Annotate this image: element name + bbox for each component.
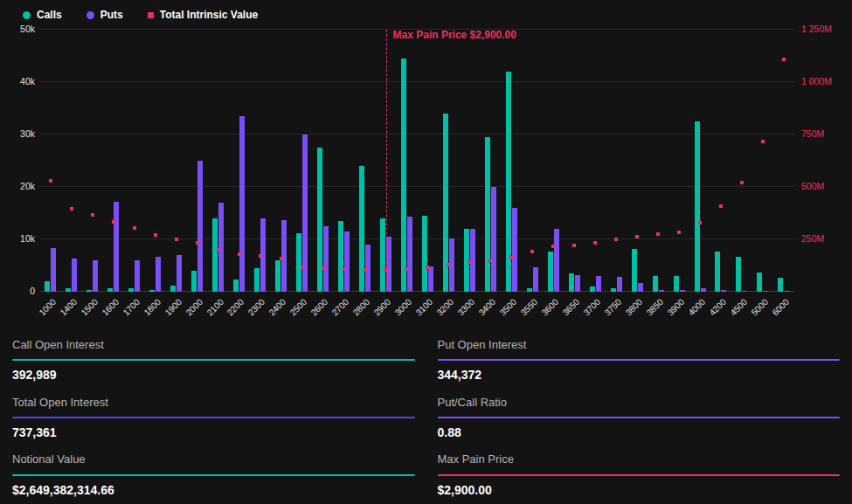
stat-label: Total Open Interest: [12, 397, 415, 409]
x-axis-label: 3100: [414, 297, 435, 318]
call-bar: [674, 276, 679, 292]
strike-group: [606, 30, 627, 292]
put-bar: [93, 260, 98, 292]
legend-item-puts[interactable]: Puts: [87, 9, 123, 21]
call-bar: [149, 290, 155, 292]
call-bar: [380, 218, 385, 292]
put-bar: [659, 290, 664, 292]
stat-card-put-open-interest: Put Open Interest344,372: [438, 339, 841, 383]
strike-group: [689, 30, 710, 292]
strike-group: [648, 30, 668, 292]
call-bar: [611, 288, 616, 292]
x-axis-label: 1400: [58, 297, 79, 318]
call-bar: [548, 252, 553, 292]
intrinsic-value-dot: [698, 221, 702, 224]
intrinsic-value-dot: [217, 248, 220, 252]
stat-divider: [12, 474, 415, 476]
intrinsic-value-dot: [719, 204, 723, 208]
call-bar: [401, 59, 406, 292]
put-bar: [638, 283, 643, 292]
legend-item-total-intrinsic-value[interactable]: Total Intrinsic Value: [148, 9, 258, 21]
intrinsic-value-dot: [593, 241, 597, 245]
call-bar: [485, 137, 490, 292]
intrinsic-value-dot: [112, 220, 115, 224]
strike-group: [187, 30, 208, 292]
call-bar: [191, 271, 197, 292]
strike-group: [585, 30, 606, 292]
put-bar: [428, 266, 433, 292]
call-bar: [233, 280, 239, 292]
intrinsic-value-dot: [635, 235, 639, 238]
strike-group: [82, 30, 103, 292]
total-intrinsic-value-legend-marker-icon: [148, 12, 154, 18]
intrinsic-value-dot: [614, 238, 618, 241]
legend-label: Puts: [100, 9, 123, 21]
strike-group: [103, 30, 124, 292]
left-axis-tick: 20k: [20, 182, 35, 191]
strike-group: [480, 30, 501, 292]
x-axis-label: 3600: [540, 297, 561, 318]
intrinsic-value-dot: [280, 257, 283, 260]
right-axis-tick: 750M: [801, 129, 824, 139]
intrinsic-value-dot: [530, 250, 534, 253]
put-bar: [239, 116, 245, 292]
call-bar: [757, 273, 762, 292]
stat-value: 392,989: [12, 369, 415, 382]
max-pain-line: Max Pain Price $2,900.00: [386, 30, 387, 292]
put-bar: [344, 231, 350, 292]
intrinsic-value-dot: [488, 259, 492, 262]
x-axis-label: 3850: [644, 297, 665, 318]
call-bar: [275, 260, 281, 292]
strike-group: [731, 30, 752, 292]
call-bar: [87, 290, 92, 292]
intrinsic-value-dot: [405, 267, 408, 271]
put-bar: [177, 255, 182, 292]
x-axis-label: 1700: [121, 297, 142, 318]
put-bar: [407, 217, 412, 292]
strike-group: [61, 30, 82, 292]
intrinsic-value-dot: [447, 263, 450, 266]
options-max-pain-dashboard: CallsPutsTotal Intrinsic Value 010k20k30…: [0, 0, 852, 504]
strike-group: [564, 30, 585, 292]
intrinsic-value-dot: [322, 266, 325, 270]
put-bar: [323, 226, 329, 292]
put-bar: [701, 288, 706, 292]
intrinsic-value-dot: [91, 213, 94, 217]
put-bar: [135, 260, 140, 292]
left-axis-tick: 40k: [20, 77, 35, 86]
legend-item-calls[interactable]: Calls: [23, 9, 62, 21]
intrinsic-value-dot: [426, 266, 429, 269]
x-axis-label: 2300: [246, 297, 267, 318]
strike-group: [773, 30, 794, 292]
puts-legend-marker-icon: [87, 11, 94, 19]
x-axis-label: 3900: [665, 297, 686, 318]
intrinsic-value-dot: [49, 179, 52, 183]
strike-group: [438, 30, 459, 292]
chart-section: CallsPutsTotal Intrinsic Value 010k20k30…: [0, 0, 852, 332]
put-bar: [533, 267, 538, 292]
intrinsic-value-dot: [343, 267, 346, 271]
strike-group: [334, 30, 355, 292]
stat-card-total-open-interest: Total Open Interest737,361: [12, 397, 415, 440]
left-axis: 010k20k30k40k50k: [12, 30, 40, 292]
strike-group: [543, 30, 564, 292]
call-bar: [695, 121, 700, 292]
x-axis-label: 2100: [204, 297, 225, 318]
put-bar: [114, 202, 119, 292]
x-axis-label: 2900: [372, 297, 393, 318]
strike-group: [355, 30, 376, 292]
stat-value: 737,361: [12, 426, 415, 439]
x-axis-label: 3650: [561, 297, 582, 318]
stat-label: Put Open Interest: [438, 339, 841, 351]
call-bar: [317, 148, 322, 292]
stat-card-call-open-interest: Call Open Interest392,989: [12, 339, 415, 383]
strike-group: [250, 30, 271, 292]
x-axis-label: 2600: [309, 297, 330, 318]
x-axis-label: 3300: [456, 297, 477, 318]
stat-card-put-call-ratio: Put/Call Ratio0.88: [438, 397, 841, 440]
put-bar: [596, 276, 601, 292]
intrinsic-value-dot: [572, 244, 576, 247]
call-bar: [569, 273, 574, 292]
call-bar: [736, 257, 741, 292]
strike-group: [710, 30, 731, 292]
